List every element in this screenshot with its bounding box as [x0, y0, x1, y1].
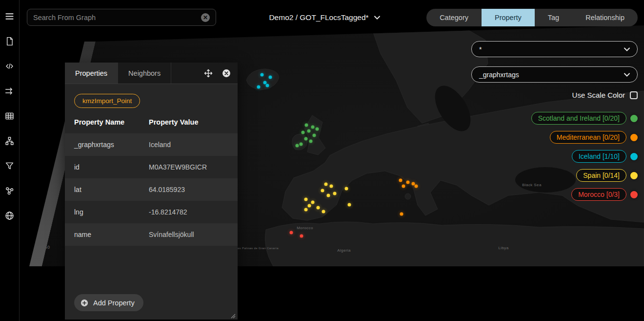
tab-properties[interactable]: Properties [65, 63, 118, 84]
table-row[interactable]: id M0A37EW9BGICR [65, 156, 238, 178]
graph-node-morocco[interactable] [300, 235, 303, 238]
map-label: Algeria [337, 248, 351, 253]
use-scale-color-label: Use Scale Color [572, 91, 625, 99]
graph-node-spain[interactable] [327, 194, 330, 197]
resize-handle[interactable] [230, 312, 236, 318]
graph-node-scotland[interactable] [311, 126, 315, 129]
legend-pill-spain[interactable]: Spain [0/14] [576, 169, 626, 182]
property-table-header: Property Name Property Value [65, 111, 238, 133]
property-filter-value: * [479, 45, 482, 53]
graph-node-iceland[interactable] [266, 84, 269, 87]
graph-node-scotland[interactable] [313, 134, 316, 137]
graph-node-spain[interactable] [311, 201, 315, 204]
add-property-button[interactable]: Add Property [74, 294, 143, 311]
map-label: Libya [498, 246, 508, 250]
graph-node-morocco[interactable] [290, 231, 293, 235]
graph-node-iceland[interactable] [261, 73, 264, 77]
graph-node-spain[interactable] [304, 198, 308, 201]
graph-node-spain[interactable] [330, 185, 333, 188]
tab-neighbors[interactable]: Neighbors [118, 63, 171, 84]
cluster-icon[interactable] [4, 185, 16, 196]
legend-item: Scotland and Ireland [0/20] [531, 112, 638, 125]
tab-relationship[interactable]: Relationship [572, 9, 638, 26]
property-filter-select[interactable]: * [471, 41, 638, 57]
legend-dot-mediterranean[interactable] [630, 134, 638, 141]
document-icon[interactable] [4, 35, 16, 47]
map-label: Morocco [297, 226, 313, 230]
move-panel-icon[interactable] [203, 68, 213, 78]
legend-dot-iceland[interactable] [630, 153, 638, 160]
graph-node-spain[interactable] [321, 189, 324, 193]
graph-node-spain[interactable] [317, 206, 320, 210]
search-box: ✕ [27, 9, 216, 26]
graph-node-mediterranean[interactable] [400, 213, 403, 216]
legend-item: Morocco [0/3] [571, 188, 638, 201]
graph-node-mediterranean[interactable] [415, 185, 418, 188]
project-title[interactable]: Demo2 / GOT_FLocsTagged* [244, 9, 405, 26]
graph-node-iceland[interactable] [269, 76, 272, 79]
code-icon[interactable] [4, 60, 16, 72]
tag-property-value: _graphxrtags [479, 71, 519, 79]
chevron-down-icon [374, 16, 380, 20]
graph-node-spain[interactable] [333, 192, 337, 195]
graph-node-spain[interactable] [308, 204, 311, 208]
sidebar [0, 0, 20, 321]
view-mode-tabs: Category Property Tag Relationship [426, 9, 638, 26]
graph-node-scotland[interactable] [302, 131, 305, 134]
col-property-value: Property Value [149, 118, 199, 126]
graph-node-spain[interactable] [345, 187, 348, 191]
property-table-rows: _graphxrtags Iceland id M0A37EW9BGICR la… [65, 133, 238, 246]
table-row[interactable]: _graphxrtags Iceland [65, 133, 238, 156]
hierarchy-icon[interactable] [4, 135, 16, 147]
table-icon[interactable] [4, 110, 16, 122]
tab-property[interactable]: Property [482, 9, 535, 26]
legend-dot-morocco[interactable] [630, 191, 638, 198]
legend-item: Spain [0/14] [576, 169, 638, 182]
properties-panel: Properties Neighbors kmzImport_Point Pro… [65, 63, 238, 320]
globe-icon[interactable] [4, 210, 16, 221]
legend-dot-spain[interactable] [630, 172, 638, 179]
graph-node-mediterranean[interactable] [399, 179, 402, 182]
legend-pill-scotland[interactable]: Scotland and Ireland [0/20] [531, 112, 626, 125]
legend-pill-morocco[interactable]: Morocco [0/3] [571, 188, 626, 201]
tab-category[interactable]: Category [426, 9, 482, 26]
graph-node-spain[interactable] [324, 183, 328, 186]
legend: Scotland and Ireland [0/20]Mediterranean… [531, 112, 638, 201]
tab-tag[interactable]: Tag [535, 9, 572, 26]
graph-node-spain[interactable] [322, 210, 325, 214]
legend-pill-mediterranean[interactable]: Mediterranean [0/20] [550, 131, 626, 144]
close-panel-icon[interactable] [221, 68, 231, 78]
search-input[interactable] [33, 14, 201, 21]
app: Black SeaMoroccoAlgeriaLibyaLas Palmas d… [0, 0, 644, 321]
table-row[interactable]: name Svínafellsjökull [65, 223, 238, 246]
graph-node-scotland[interactable] [307, 129, 311, 133]
use-scale-color-checkbox[interactable] [630, 91, 638, 99]
chevron-down-icon [624, 73, 630, 77]
table-row[interactable]: lat 64.0185923 [65, 178, 238, 201]
graph-node-scotland[interactable] [305, 124, 308, 127]
legend-pill-iceland[interactable]: Iceland [1/10] [572, 150, 626, 163]
menu-icon[interactable] [4, 10, 16, 22]
graph-node-scotland[interactable] [304, 137, 308, 141]
graph-node-mediterranean[interactable] [406, 181, 410, 184]
table-row[interactable]: lng -16.8214782 [65, 201, 238, 223]
graph-node-scotland[interactable] [309, 140, 313, 143]
graph-node-scotland[interactable] [316, 128, 319, 131]
tag-property-select[interactable]: _graphxrtags [471, 66, 638, 83]
legend-item: Mediterranean [0/20] [550, 131, 638, 144]
graph-node-iceland[interactable] [257, 86, 261, 89]
graph-node-mediterranean[interactable] [402, 185, 405, 188]
plus-circle-icon [80, 299, 89, 307]
project-title-text: Demo2 / GOT_FLocsTagged* [269, 13, 368, 22]
graph-node-scotland[interactable] [300, 143, 303, 146]
col-property-name: Property Name [74, 118, 149, 126]
graph-node-spain[interactable] [304, 208, 308, 212]
graph-node-spain[interactable] [348, 203, 351, 207]
transform-icon[interactable] [4, 85, 16, 97]
category-badge[interactable]: kmzImport_Point [74, 94, 140, 108]
filter-icon[interactable] [4, 160, 16, 171]
clear-search-icon[interactable]: ✕ [201, 13, 210, 22]
properties-panel-header: Properties Neighbors [65, 63, 238, 84]
graph-node-scotland[interactable] [296, 144, 299, 148]
legend-dot-scotland[interactable] [630, 115, 638, 122]
